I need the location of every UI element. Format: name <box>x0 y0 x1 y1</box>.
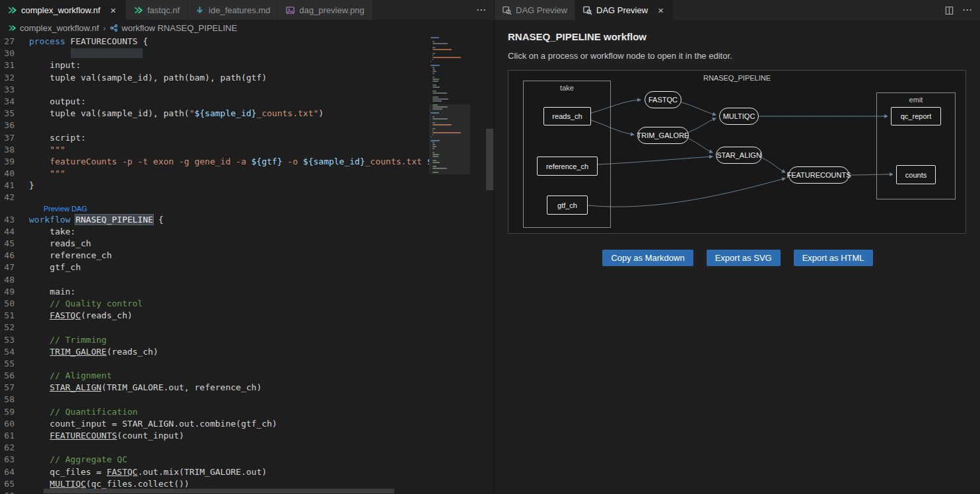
code-line[interactable]: 61 FEATURECOUNTS(count_input) <box>0 430 429 442</box>
line-number: 42 <box>0 192 29 203</box>
dag-node-reads-ch[interactable]: reads_ch <box>543 107 591 125</box>
code-line[interactable]: 50 // Quality control <box>0 298 429 310</box>
image-icon <box>285 5 295 15</box>
tab-label: DAG Preview <box>596 5 648 15</box>
preview-tab-bar: DAG Preview DAG Preview × ◫ ⋯ <box>495 0 980 20</box>
tab-label: DAG Preview <box>516 5 567 15</box>
breadcrumb-symbol[interactable]: workflow RNASEQ_PIPELINE <box>110 23 237 33</box>
close-icon[interactable]: × <box>108 5 118 16</box>
vertical-scrollbar-thumb[interactable] <box>486 129 493 190</box>
code-line[interactable]: 51 FASTQC(reads_ch) <box>0 310 429 322</box>
code-line[interactable]: 55 <box>0 358 429 370</box>
line-number: 58 <box>0 394 29 406</box>
code-lines[interactable]: 27process FEATURECOUNTS {30 31 input:32 … <box>0 36 429 494</box>
code-line[interactable]: 46 reference_ch <box>0 250 429 262</box>
code-line[interactable]: 47 gtf_ch <box>0 262 429 273</box>
tab-label: fastqc.nf <box>147 5 180 15</box>
tab-dag-preview-active[interactable]: DAG Preview × <box>575 0 674 20</box>
more-actions-icon[interactable]: ⋯ <box>476 4 486 16</box>
preview-icon <box>582 5 592 15</box>
dag-node-multiqc[interactable]: MULTIQC <box>719 108 759 125</box>
code-line[interactable]: 36 <box>0 120 429 131</box>
line-number: 62 <box>0 442 29 454</box>
line-number: 30 <box>0 48 29 59</box>
tab-fastqc-nf[interactable]: fastqc.nf <box>126 0 188 20</box>
code-line[interactable]: 44 take: <box>0 226 429 238</box>
markdown-icon <box>195 5 205 15</box>
tab-ide-features-md[interactable]: ide_features.md <box>188 0 278 20</box>
tab-complex-workflow-nf[interactable]: complex_workflow.nf × <box>0 0 126 20</box>
dag-node-gtf-ch[interactable]: gtf_ch <box>547 195 588 215</box>
code-line[interactable]: 31 input: <box>0 59 429 71</box>
line-number: 53 <box>0 334 29 346</box>
code-line[interactable]: 42 <box>0 192 429 203</box>
horizontal-scrollbar[interactable] <box>0 488 485 494</box>
line-number: 32 <box>0 72 29 84</box>
code-line[interactable]: 30 <box>0 48 429 59</box>
code-line[interactable]: 27process FEATURECOUNTS { <box>0 36 429 48</box>
export-as-html-button[interactable]: Export as HTML <box>794 250 873 266</box>
code-line[interactable]: 63 // Aggregate QC <box>0 454 429 466</box>
export-as-svg-button[interactable]: Export as SVG <box>707 250 781 266</box>
dag-node-fastqc[interactable]: FASTQC <box>645 91 682 108</box>
code-line[interactable]: 35 tuple val(sample_id), path("${sample_… <box>0 108 429 120</box>
code-line[interactable]: 48 <box>0 274 429 286</box>
more-actions-icon[interactable]: ⋯ <box>962 4 972 16</box>
dag-node-trim-galore[interactable]: TRIM_GALORE <box>637 127 689 144</box>
copy-as-markdown-button[interactable]: Copy as Markdown <box>602 250 693 266</box>
code-line[interactable]: 56 // Alignment <box>0 370 429 382</box>
code-line[interactable]: 32 tuple val(sample_id), path(bam), path… <box>0 72 429 84</box>
code-line[interactable]: 62 <box>0 442 429 454</box>
page-title: RNASEQ_PIPELINE workflow <box>508 31 967 42</box>
minimap[interactable] <box>429 36 470 487</box>
close-icon[interactable]: × <box>656 5 666 16</box>
line-number: 46 <box>0 250 29 262</box>
code-line[interactable]: 40 """ <box>0 168 429 180</box>
dag-node-reference-ch[interactable]: reference_ch <box>537 157 598 176</box>
vertical-scrollbar[interactable] <box>485 36 494 494</box>
split-editor-icon[interactable]: ◫ <box>945 4 954 16</box>
code-line[interactable]: 39 featureCounts -p -t exon -g gene_id -… <box>0 156 429 168</box>
tab-label: ide_features.md <box>209 5 270 15</box>
code-line[interactable]: 58 <box>0 394 429 406</box>
code-editor[interactable]: 27process FEATURECOUNTS {30 31 input:32 … <box>0 36 494 494</box>
breadcrumb-file[interactable]: complex_workflow.nf <box>8 23 99 33</box>
tab-dag-preview-inactive[interactable]: DAG Preview <box>495 0 575 20</box>
minimap-slider[interactable] <box>429 104 470 174</box>
line-number: 60 <box>0 418 29 430</box>
nextflow-icon <box>7 5 17 15</box>
line-number: 38 <box>0 144 29 156</box>
code-line[interactable]: 54 TRIM_GALORE(reads_ch) <box>0 346 429 358</box>
dag-actions: Copy as Markdown Export as SVG Export as… <box>508 250 967 266</box>
code-line[interactable]: 53 // Trimming <box>0 334 429 346</box>
code-line[interactable]: 64 qc_files = FASTQC.out.mix(TRIM_GALORE… <box>0 466 429 478</box>
breadcrumb: complex_workflow.nf › workflow RNASEQ_PI… <box>0 20 494 36</box>
line-number: 47 <box>0 262 29 273</box>
dag-node-qc-report[interactable]: qc_report <box>891 107 941 125</box>
code-line[interactable]: 38 """ <box>0 144 429 156</box>
code-line[interactable]: 34 output: <box>0 96 429 108</box>
page-subtitle: Click on a process or workflow node to o… <box>508 51 967 61</box>
code-line[interactable]: 33 <box>0 84 429 96</box>
dag-node-counts[interactable]: counts <box>896 165 936 184</box>
preview-group: DAG Preview DAG Preview × ◫ ⋯ RNASEQ_PIP… <box>494 0 980 494</box>
code-line[interactable]: 60 count_input = STAR_ALIGN.out.combine(… <box>0 418 429 430</box>
code-line[interactable]: 43workflow RNASEQ_PIPELINE { <box>0 214 429 226</box>
horizontal-scrollbar-thumb[interactable] <box>44 489 394 493</box>
codelens-preview-dag[interactable]: Preview DAG <box>0 204 429 214</box>
dag-diagram: RNASEQ_PIPELINE take emit reads_ch refer… <box>508 70 966 234</box>
dag-node-featurecounts[interactable]: FEATURECOUNTS <box>788 166 849 184</box>
code-line[interactable]: 37 script: <box>0 132 429 144</box>
symbol-workflow-icon <box>110 24 118 32</box>
dag-node-star-align[interactable]: STAR_ALIGN <box>716 147 762 164</box>
code-line[interactable]: 59 // Quantification <box>0 406 429 418</box>
line-number: 43 <box>0 214 29 226</box>
code-line[interactable]: 41} <box>0 180 429 192</box>
line-number: 48 <box>0 274 29 286</box>
code-line[interactable]: 49 main: <box>0 286 429 298</box>
code-line[interactable]: 57 STAR_ALIGN(TRIM_GALORE.out, reference… <box>0 382 429 394</box>
tab-dag-preview-png[interactable]: dag_preview.png <box>278 0 372 20</box>
line-number: 31 <box>0 59 29 71</box>
code-line[interactable]: 45 reads_ch <box>0 238 429 250</box>
code-line[interactable]: 52 <box>0 322 429 334</box>
